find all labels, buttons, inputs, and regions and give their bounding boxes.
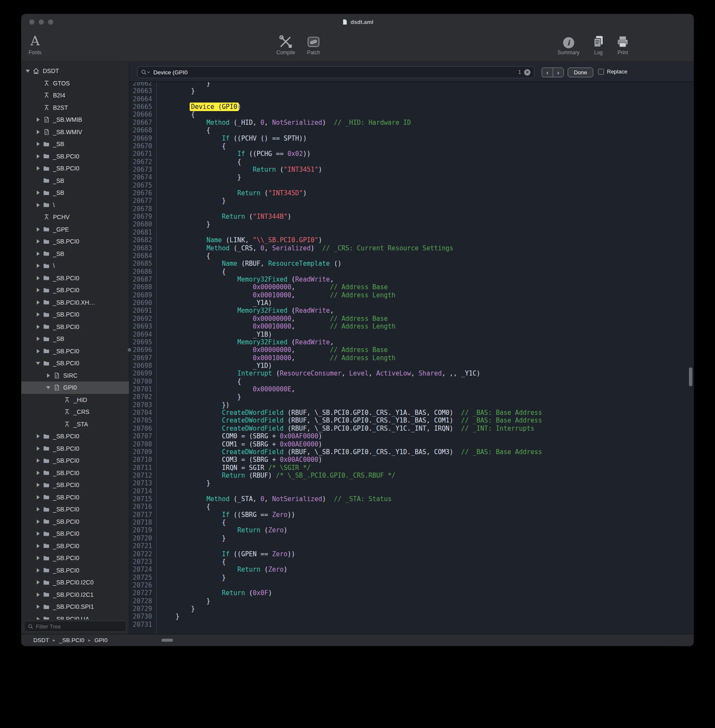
tree-item[interactable]: _SB.PCI0 <box>21 272 129 285</box>
filter-tree-input[interactable] <box>36 623 123 630</box>
tree-item[interactable]: _SB.PCI0 <box>21 491 129 504</box>
disclosure-collapsed-icon[interactable] <box>34 556 42 560</box>
tree-item[interactable]: _SB.PCI0 <box>21 357 129 370</box>
tree-item[interactable]: PCHV <box>21 211 129 223</box>
fonts-button[interactable]: A Fonts <box>29 33 41 56</box>
tree-item[interactable]: \ <box>21 199 129 211</box>
disclosure-collapsed-icon[interactable] <box>34 227 42 232</box>
replace-checkbox[interactable] <box>598 69 604 75</box>
tree-item[interactable]: SIRC <box>21 370 129 382</box>
tree-item[interactable]: _SB.PCI0 <box>21 308 129 321</box>
disclosure-collapsed-icon[interactable] <box>34 483 42 487</box>
disclosure-collapsed-icon[interactable] <box>34 276 42 280</box>
disclosure-collapsed-icon[interactable] <box>34 264 42 268</box>
tree-item[interactable]: _SB.WMIV <box>21 126 129 138</box>
tree-item[interactable]: _SB.PCI0.XH… <box>21 296 129 309</box>
disclosure-expanded-icon[interactable] <box>34 362 42 365</box>
tree-item[interactable]: _SB <box>21 175 129 187</box>
disclosure-collapsed-icon[interactable] <box>34 495 42 499</box>
patch-button[interactable]: Patch <box>307 33 320 56</box>
disclosure-collapsed-icon[interactable] <box>34 605 42 609</box>
tree-item[interactable]: GPI0 <box>21 382 129 394</box>
disclosure-collapsed-icon[interactable] <box>34 203 42 207</box>
clear-search-icon[interactable]: ✕ <box>524 69 530 76</box>
tree-item[interactable]: _SB <box>21 138 129 150</box>
disclosure-collapsed-icon[interactable] <box>34 434 42 438</box>
tree-item[interactable]: _SB.WMIB <box>21 114 129 126</box>
disclosure-expanded-icon[interactable] <box>24 70 32 73</box>
breadcrumb-item[interactable]: GPI0 <box>94 637 108 643</box>
breadcrumb-item[interactable]: DSDT <box>33 637 49 643</box>
tree-item[interactable]: B2ST <box>21 102 129 114</box>
disclosure-collapsed-icon[interactable] <box>34 117 42 122</box>
search-menu-icon[interactable] <box>141 69 150 75</box>
disclosure-collapsed-icon[interactable] <box>34 580 42 584</box>
log-button[interactable]: Log <box>592 33 605 56</box>
disclosure-collapsed-icon[interactable] <box>34 288 42 292</box>
tree-item[interactable]: _SB.PCI0 <box>21 345 129 358</box>
disclosure-collapsed-icon[interactable] <box>34 239 42 244</box>
tree-item[interactable]: GTOS <box>21 77 129 90</box>
disclosure-collapsed-icon[interactable] <box>34 191 42 195</box>
tree-item[interactable]: _SB <box>21 248 129 260</box>
splitter-handle[interactable] <box>128 348 131 352</box>
disclosure-collapsed-icon[interactable] <box>34 471 42 475</box>
horizontal-scrollbar-thumb[interactable] <box>161 639 173 642</box>
tree-item[interactable]: _SB.PCI0 <box>21 540 129 552</box>
tree-item[interactable]: _SB <box>21 333 129 345</box>
tree-item[interactable]: _SB.PCI0 <box>21 479 129 491</box>
tree-item[interactable]: _SB.PCI0.UA… <box>21 613 129 620</box>
code-area[interactable]: } } Device (GPI0) { Method (_HID, 0, Not… <box>157 82 694 634</box>
disclosure-collapsed-icon[interactable] <box>34 312 42 317</box>
print-button[interactable]: Print <box>616 33 630 56</box>
tree-item[interactable]: _SB.PCI0 <box>21 552 129 564</box>
tree-item[interactable]: _GPE <box>21 223 129 236</box>
tree-item[interactable]: _SB.PCI0 <box>21 235 129 248</box>
disclosure-collapsed-icon[interactable] <box>34 458 42 463</box>
tree-item[interactable]: _SB.PCI0 <box>21 150 129 163</box>
disclosure-collapsed-icon[interactable] <box>44 373 52 378</box>
tree-item[interactable]: _SB.PCI0 <box>21 516 129 528</box>
done-button[interactable]: Done <box>568 68 593 77</box>
tree-item[interactable]: _SB.PCI0 <box>21 162 129 175</box>
tree-item[interactable]: _SB <box>21 187 129 199</box>
disclosure-collapsed-icon[interactable] <box>34 349 42 353</box>
tree-item[interactable]: _SB.PCI0 <box>21 503 129 516</box>
tree-item[interactable]: B2I4 <box>21 89 129 102</box>
tree-item[interactable]: _SB.PCI0 <box>21 321 129 333</box>
disclosure-collapsed-icon[interactable] <box>34 520 42 524</box>
tree-item[interactable]: _SB.PCI0.SPI1 <box>21 601 129 613</box>
tree-item[interactable]: _SB.PCI0.I2C1 <box>21 589 129 601</box>
disclosure-collapsed-icon[interactable] <box>34 166 42 170</box>
disclosure-expanded-icon[interactable] <box>44 386 52 389</box>
disclosure-collapsed-icon[interactable] <box>34 300 42 305</box>
find-next-button[interactable]: › <box>553 68 564 77</box>
disclosure-collapsed-icon[interactable] <box>34 337 42 341</box>
tree-item[interactable]: _SB.PCI0 <box>21 467 129 479</box>
filter-tree-field[interactable] <box>24 621 126 632</box>
tree-item[interactable]: _SB.PCI0 <box>21 564 129 577</box>
tree-item[interactable]: DSDT <box>21 65 129 77</box>
disclosure-collapsed-icon[interactable] <box>34 154 42 159</box>
tree-item[interactable]: _HID <box>21 394 129 406</box>
tree-item[interactable]: _SB.PCI0 <box>21 455 129 467</box>
disclosure-collapsed-icon[interactable] <box>34 130 42 134</box>
tree-item[interactable]: _STA <box>21 418 129 431</box>
tree-item[interactable]: \ <box>21 260 129 272</box>
disclosure-collapsed-icon[interactable] <box>34 252 42 256</box>
tree-item[interactable]: _SB.PCI0 <box>21 528 129 540</box>
disclosure-collapsed-icon[interactable] <box>34 325 42 329</box>
disclosure-collapsed-icon[interactable] <box>34 617 42 619</box>
tree-item[interactable]: _SB.PCI0 <box>21 430 129 443</box>
disclosure-collapsed-icon[interactable] <box>34 544 42 548</box>
disclosure-collapsed-icon[interactable] <box>34 446 42 451</box>
summary-button[interactable]: i Summary <box>557 33 579 56</box>
compile-button[interactable]: Compile <box>276 33 295 56</box>
tree-item[interactable]: _SB.PCI0 <box>21 443 129 455</box>
vertical-scrollbar-thumb[interactable] <box>689 367 692 386</box>
disclosure-collapsed-icon[interactable] <box>34 142 42 146</box>
disclosure-collapsed-icon[interactable] <box>34 507 42 511</box>
disclosure-collapsed-icon[interactable] <box>34 593 42 597</box>
tree-item[interactable]: _SB.PCI0 <box>21 284 129 296</box>
find-previous-button[interactable]: ‹ <box>542 68 553 77</box>
